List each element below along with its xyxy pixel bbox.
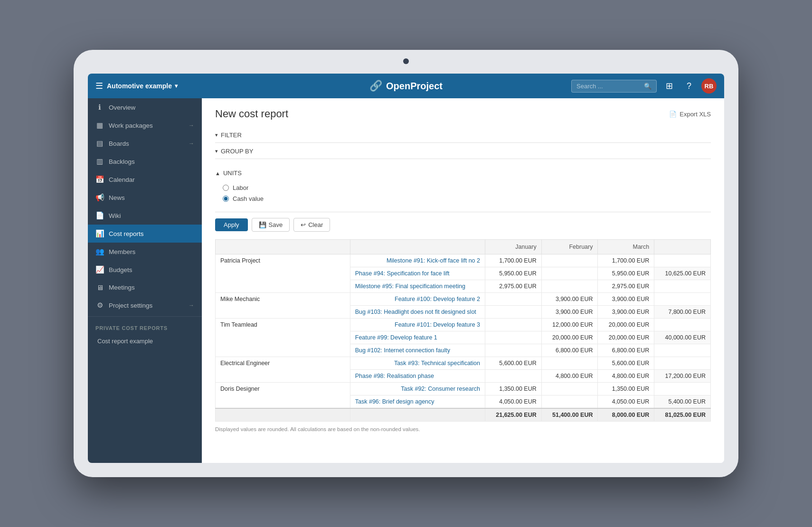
cost-table: January February March Patricia Project … [215, 239, 711, 422]
task-link[interactable]: Milestone #91: Kick-off face lift no 2 [387, 257, 480, 264]
task-link[interactable]: Bug #103: Headlight does not fit designe… [355, 309, 476, 315]
jan-value [485, 370, 542, 383]
task-link[interactable]: Phase #94: Specification for face lift [355, 270, 450, 277]
task-link[interactable]: Feature #99: Develop feature 1 [355, 334, 437, 341]
table-row: Mike Mechanic Feature #100: Develop feat… [216, 293, 711, 306]
sidebar-item-label: Budgets [109, 266, 194, 273]
avatar[interactable]: RB [701, 78, 717, 94]
sidebar-item-cost-reports[interactable]: 📊 Cost reports [88, 225, 202, 243]
clear-button[interactable]: ↩ Clear [293, 218, 330, 232]
row-total: 10,625.00 EUR [654, 267, 711, 280]
feb-value [541, 395, 598, 409]
feb-value [541, 357, 598, 370]
filter-label: FILTER [221, 132, 242, 139]
radio-labor-label: Labor [233, 184, 248, 191]
expand-icon: ▲ [215, 170, 220, 176]
export-xls-button[interactable]: 📄 Export XLS [669, 111, 711, 118]
radio-labor-input[interactable] [223, 185, 229, 191]
task-name: Task #93: Technical specification [350, 357, 485, 370]
task-name: Milestone #95: Final specification meeti… [350, 280, 485, 293]
filter-toggle[interactable]: ▾ FILTER [215, 128, 711, 143]
feb-value: 6,800.00 EUR [541, 344, 598, 357]
content-area: New cost report 📄 Export XLS ▾ FILTER ▾ … [202, 98, 724, 463]
mar-value: 4,050.00 EUR [598, 395, 654, 409]
wiki-icon: 📄 [95, 211, 104, 220]
units-toggle[interactable]: ▲ UNITS [215, 166, 711, 180]
feb-value: 12,000.00 EUR [541, 319, 598, 331]
arrow-icon: → [189, 122, 194, 129]
radio-labor[interactable]: Labor [223, 184, 703, 191]
tablet-camera [403, 58, 409, 64]
sidebar-divider [88, 316, 202, 317]
feb-value: 3,900.00 EUR [541, 293, 598, 306]
col-header-person [216, 240, 350, 254]
sidebar-item-calendar[interactable]: 📅 Calendar [88, 170, 202, 188]
sidebar-item-label: Boards [109, 140, 184, 147]
person-mike: Mike Mechanic [216, 293, 350, 319]
footer-note: Displayed values are rounded. All calcul… [215, 426, 711, 432]
sidebar-item-project-settings[interactable]: ⚙ Project settings → [88, 296, 202, 314]
task-name: Milestone #91: Kick-off face lift no 2 [350, 254, 485, 267]
sidebar-item-wiki[interactable]: 📄 Wiki [88, 207, 202, 225]
grand-total-row: 21,625.00 EUR 51,400.00 EUR 8,000.00 EUR… [216, 408, 711, 422]
hamburger-icon[interactable]: ☰ [95, 81, 103, 91]
apply-button[interactable]: Apply [215, 218, 248, 231]
sidebar-item-meetings[interactable]: 🖥 Meetings [88, 279, 202, 296]
sidebar-item-members[interactable]: 👥 Members [88, 243, 202, 261]
radio-cash-value-input[interactable] [223, 196, 229, 202]
app-logo: 🔗 OpenProject [369, 80, 443, 92]
mar-value: 3,900.00 EUR [598, 293, 654, 306]
task-name: Bug #102: Internet connection faulty [350, 344, 485, 357]
search-box[interactable]: 🔍 [571, 80, 657, 93]
project-selector[interactable]: Automotive example ▾ [107, 82, 178, 90]
person-tim: Tim Teamlead [216, 319, 350, 357]
task-link[interactable]: Task #92: Consumer research [401, 386, 480, 392]
task-link[interactable]: Milestone #95: Final specification meeti… [355, 283, 465, 290]
radio-cash-value[interactable]: Cash value [223, 195, 703, 202]
sidebar-item-work-packages[interactable]: ▦ Work packages → [88, 116, 202, 134]
sidebar-item-cost-report-example[interactable]: Cost report example [88, 334, 202, 348]
jan-value: 1,350.00 EUR [485, 383, 542, 395]
search-input[interactable] [576, 83, 641, 90]
cost-reports-icon: 📊 [95, 229, 104, 238]
sidebar-item-label: Project settings [109, 302, 184, 309]
task-link[interactable]: Task #96: Brief design agency [355, 398, 434, 405]
feb-value: 20,000.00 EUR [541, 331, 598, 344]
mar-value: 4,800.00 EUR [598, 370, 654, 383]
sidebar-item-overview[interactable]: ℹ Overview [88, 98, 202, 116]
jan-value: 4,050.00 EUR [485, 395, 542, 409]
sidebar-item-label: Overview [109, 104, 194, 111]
units-section: ▲ UNITS Labor Cash value [215, 160, 711, 212]
mar-value: 20,000.00 EUR [598, 331, 654, 344]
sidebar-item-budgets[interactable]: 📈 Budgets [88, 261, 202, 279]
collapse-icon: ▾ [215, 148, 218, 154]
task-link[interactable]: Feature #100: Develop feature 2 [395, 296, 480, 302]
sidebar-item-label: Work packages [109, 122, 184, 129]
logo-icon: 🔗 [369, 80, 382, 92]
news-icon: 📢 [95, 193, 104, 202]
task-link[interactable]: Bug #102: Internet connection faulty [355, 347, 450, 354]
task-link[interactable]: Task #93: Technical specification [394, 360, 480, 367]
members-icon: 👥 [95, 247, 104, 256]
help-icon[interactable]: ? [681, 78, 697, 94]
table-row: Electrical Engineer Task #93: Technical … [216, 357, 711, 370]
save-button[interactable]: 💾 Save [252, 218, 290, 232]
tablet-frame: ☰ Automotive example ▾ 🔗 OpenProject 🔍 ⊞… [74, 50, 738, 477]
sidebar-item-label: Backlogs [109, 158, 194, 165]
sidebar-item-news[interactable]: 📢 News [88, 188, 202, 207]
sidebar-item-backlogs[interactable]: ▥ Backlogs [88, 152, 202, 170]
task-link[interactable]: Feature #101: Develop feature 3 [395, 321, 480, 328]
grand-total-jan: 21,625.00 EUR [485, 408, 542, 422]
topbar: ☰ Automotive example ▾ 🔗 OpenProject 🔍 ⊞… [88, 74, 724, 98]
jan-value: 2,975.00 EUR [485, 280, 542, 293]
arrow-icon: → [189, 302, 194, 309]
arrow-icon: → [189, 140, 194, 147]
overview-icon: ℹ [95, 103, 104, 112]
grand-total-label [216, 408, 350, 422]
sidebar-item-label: Wiki [109, 212, 194, 219]
sidebar-item-boards[interactable]: ▤ Boards → [88, 134, 202, 152]
grid-icon[interactable]: ⊞ [661, 78, 677, 94]
grand-total-feb: 51,400.00 EUR [541, 408, 598, 422]
group-by-toggle[interactable]: ▾ GROUP BY [215, 144, 711, 159]
task-link[interactable]: Phase #98: Realisation phase [355, 373, 434, 379]
